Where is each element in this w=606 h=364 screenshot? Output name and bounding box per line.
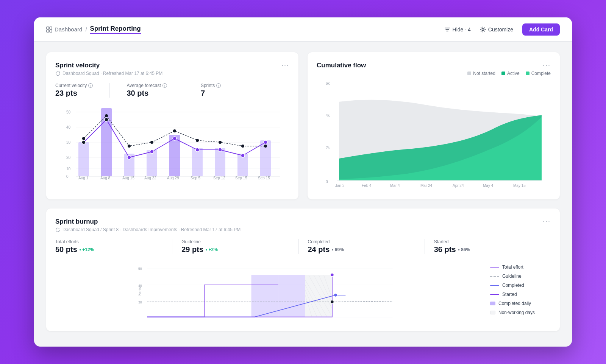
avg-forecast-stat: Average forecast i 30 pts [127,83,167,98]
svg-text:0: 0 [326,180,328,184]
completed-line [490,285,499,286]
gear-icon [480,26,486,33]
breadcrumb-dashboard: Dashboard [46,26,82,33]
header-actions: Hide · 4 Customize Add Card [444,23,560,36]
refresh-icon [55,71,60,76]
svg-rect-1 [50,27,52,29]
guideline-badge: • +2% [206,247,218,252]
svg-rect-2 [47,30,49,32]
svg-text:2k: 2k [326,146,330,150]
svg-text:Mar 24: Mar 24 [420,184,433,188]
customize-button[interactable]: Customize [480,26,513,33]
burnup-stats: Total efforts 50 pts • +12% Guideline 29… [55,239,551,254]
svg-point-29 [150,150,154,154]
svg-text:20: 20 [66,156,71,160]
legend-non-working: Non-working days [490,310,551,315]
not-started-dot [467,72,471,75]
customize-label: Customize [488,26,513,33]
svg-text:Aug 8: Aug 8 [100,176,111,180]
svg-point-28 [127,156,131,159]
svg-rect-73 [251,275,278,317]
breadcrumb-current: Sprint Reporting [90,25,141,34]
current-velocity-value: 23 pts [55,89,93,98]
svg-text:Feb 4: Feb 4 [362,184,372,188]
hide-button[interactable]: Hide · 4 [444,26,471,33]
svg-point-38 [150,141,153,144]
not-started-label: Not started [473,71,495,76]
svg-text:40: 40 [66,125,71,129]
completed-daily-box [490,302,495,305]
svg-point-26 [82,140,86,144]
svg-text:50: 50 [66,110,71,114]
svg-point-40 [196,139,199,142]
svg-point-34 [264,140,267,144]
completed-label: Completed [308,239,415,244]
sprint-burnup-card: Sprint burnup ··· Dashboard Squad / Spri… [46,208,560,331]
guideline-value: 29 pts • +2% [181,245,289,254]
burnup-bottom: 50 40 30 Points [55,261,551,322]
burnup-legend: Total effort Guideline Completed Started [490,261,551,322]
svg-text:10: 10 [66,167,71,171]
burnup-menu[interactable]: ··· [543,218,551,226]
current-velocity-stat: Current velocity i 23 pts [55,83,93,98]
non-working-legend-label: Non-working days [498,310,535,315]
svg-point-35 [82,137,85,140]
svg-point-4 [482,28,484,30]
sprints-stat: Sprints i 7 [201,83,221,98]
legend-guideline: Guideline [490,274,551,279]
completed-badge: • 69% [332,247,344,252]
active-dot [501,72,505,75]
svg-text:May 15: May 15 [513,184,526,188]
svg-text:4k: 4k [326,114,330,118]
completed-value: 24 pts • 69% [308,245,415,254]
legend-total-effort: Total effort [490,264,551,270]
info-icon-s: i [216,83,221,88]
burnup-chart: 50 40 30 Points [55,261,481,322]
total-efforts-label: Total efforts [55,239,163,244]
current-velocity-label: Current velocity i [55,83,93,88]
velocity-stats: Current velocity i 23 pts Average foreca… [55,83,289,98]
top-row: Sprint velocity ··· Dashboard Squad · Re… [46,52,560,199]
breadcrumb: Dashboard / Sprint Reporting [46,25,141,34]
guideline-label: Guideline [181,239,289,244]
svg-point-30 [173,137,176,140]
svg-text:30: 30 [138,300,142,304]
svg-point-88 [330,300,334,303]
cumulative-chart: 6k 4k 2k 0 Jan 3 Feb 4 Mar 4 Mar 24 Apr [317,79,551,189]
svg-text:Aug 1: Aug 1 [78,176,89,180]
velocity-menu[interactable]: ··· [281,61,289,69]
completed-daily-legend-label: Completed daily [498,301,531,306]
cumulative-title: Cumulative flow [317,62,366,69]
header: Dashboard / Sprint Reporting Hide · 4 Cu… [34,17,572,42]
burnup-stat-guideline: Guideline 29 pts • +2% [181,239,298,254]
velocity-title: Sprint velocity [55,62,100,69]
burnup-subtitle-text: Dashboard Squad / Sprint 8 - Dashboards … [62,227,241,232]
burnup-subtitle: Dashboard Squad / Sprint 8 - Dashboards … [55,227,551,232]
burnup-stat-started: Started 36 pts • 86% [434,239,551,254]
cumulative-legend: Not started Active Complete [317,71,551,76]
svg-point-86 [330,273,334,277]
cumulative-menu[interactable]: ··· [543,61,551,69]
svg-text:40: 40 [138,284,142,288]
started-value: 36 pts • 86% [434,245,542,254]
complete-dot [526,72,529,75]
burnup-chart-area: 50 40 30 Points [55,261,481,322]
burnup-stat-completed: Completed 24 pts • 69% [308,239,425,254]
svg-text:Aug 22: Aug 22 [144,176,156,180]
dashboard-icon [46,26,52,33]
svg-point-31 [195,148,199,152]
svg-text:Sep 5: Sep 5 [191,176,201,180]
breadcrumb-sep: / [85,26,87,33]
svg-rect-3 [50,30,52,32]
hide-label: Hide · 4 [453,26,471,33]
completed-legend-label: Completed [502,283,524,288]
velocity-chart: 50 40 30 20 10 0 [55,104,289,180]
legend-active: Active [501,71,520,76]
guideline-line [490,276,499,277]
active-label: Active [507,71,520,76]
info-icon-af: i [162,83,167,88]
svg-text:Jan 3: Jan 3 [335,184,345,188]
started-line [490,294,499,295]
add-card-button[interactable]: Add Card [522,23,560,36]
svg-text:Sep 12: Sep 12 [213,176,225,180]
